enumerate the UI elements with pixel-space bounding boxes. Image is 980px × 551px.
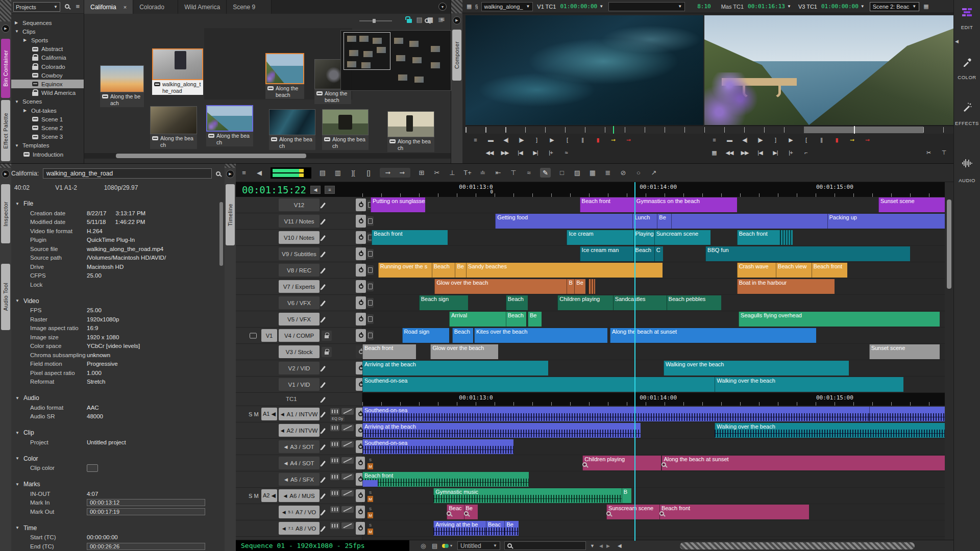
film-frames-icon[interactable]: ▦ bbox=[923, 3, 928, 10]
pencil-icon[interactable] bbox=[321, 267, 326, 272]
timeline-clip[interactable]: Putting on sunglasses bbox=[371, 197, 425, 212]
panel-play-button[interactable]: ▶ bbox=[226, 170, 234, 178]
track-lane-a4[interactable]: Children playingAlong the beach at sunse… bbox=[362, 455, 945, 471]
splice-in-icon[interactable]: ➞ bbox=[384, 169, 392, 177]
bin-menu-icon[interactable]: ≡ bbox=[440, 15, 445, 23]
row-input[interactable]: 00:00:17:19 bbox=[87, 508, 205, 515]
extend-icon[interactable]: ⇤ bbox=[494, 169, 502, 177]
timeline-clip[interactable] bbox=[780, 230, 793, 245]
track-select-button[interactable]: ◀A5 / SFX bbox=[279, 473, 320, 486]
timeline-clip[interactable]: Glow over the beach bbox=[430, 344, 498, 359]
eq-effect-chiclet[interactable]: EQ Dy bbox=[330, 416, 345, 421]
track-select-button[interactable]: V5 / VFX bbox=[279, 313, 320, 325]
tab-timeline[interactable]: Timeline bbox=[226, 184, 235, 245]
timeline-clip[interactable] bbox=[362, 480, 378, 487]
bin-panel-menu-button[interactable]: ▼ bbox=[438, 3, 447, 11]
list-icon[interactable]: ≣ bbox=[604, 169, 612, 177]
tc1-ruler[interactable]: 00:01:13:000:01:14:0000:01:15:00 bbox=[362, 393, 945, 406]
chevron-right-icon[interactable]: ▶ bbox=[23, 38, 28, 42]
tab-effect-palette[interactable]: Effect Palette bbox=[1, 100, 10, 161]
splice-in-button[interactable]: ➞ bbox=[605, 137, 621, 143]
timeline-clip[interactable]: Suncream scene bbox=[654, 230, 711, 245]
timeline-clip[interactable]: Along the beach at sunset bbox=[662, 456, 945, 470]
go-end-button[interactable]: ▶| bbox=[768, 149, 783, 156]
track-select-button[interactable]: V9 / Subtitles bbox=[279, 247, 320, 260]
record-position-bar[interactable] bbox=[704, 126, 953, 134]
tree-item-scene-2[interactable]: Scene 2 bbox=[11, 123, 84, 132]
bin-clip-card[interactable]: Along the beach bbox=[387, 111, 434, 152]
automation-icon[interactable] bbox=[341, 408, 354, 415]
match-frame-icon[interactable]: ⊞ bbox=[418, 169, 426, 177]
timeline-clip[interactable]: Beach bbox=[633, 246, 654, 261]
segment-mode-button[interactable]: || bbox=[575, 137, 590, 143]
tree-item-cowboy[interactable]: Cowboy bbox=[11, 71, 84, 80]
timeline-clip[interactable]: Be bbox=[455, 263, 466, 278]
track-select-button[interactable]: V12 bbox=[279, 198, 320, 211]
pencil-icon[interactable] bbox=[321, 316, 326, 321]
top-tail-icon[interactable]: ⊥ bbox=[448, 169, 456, 177]
track-lane-a6[interactable]: Gymnastic musicB bbox=[362, 488, 945, 504]
automation-icon[interactable] bbox=[341, 490, 354, 496]
section-header[interactable]: ▼Video bbox=[11, 296, 217, 306]
monitor-icon[interactable]: ▦ bbox=[589, 169, 597, 177]
timeline-clip[interactable]: Beach pebbles bbox=[667, 295, 721, 310]
section-header[interactable]: ▼Clip bbox=[11, 428, 217, 438]
prev-button[interactable]: ◀ bbox=[599, 540, 603, 551]
eyedropper-icon[interactable] bbox=[962, 57, 972, 67]
go-start-button[interactable]: |◀ bbox=[512, 149, 528, 156]
waveform-toggle-icon[interactable] bbox=[330, 441, 339, 447]
pencil-icon[interactable] bbox=[321, 235, 326, 240]
frame-view-icon[interactable]: ▤ bbox=[416, 16, 423, 23]
track-select-button[interactable]: V1 / VID bbox=[279, 378, 320, 391]
clip-color-checkbox[interactable] bbox=[87, 464, 98, 472]
pencil-icon[interactable] bbox=[321, 365, 326, 370]
timeline-clip[interactable]: Seagulls flying overhead bbox=[739, 312, 940, 327]
go-to-out-button[interactable]: ] bbox=[768, 137, 783, 143]
pencil-icon[interactable] bbox=[321, 218, 326, 223]
audio-waveform-icon[interactable] bbox=[962, 158, 973, 168]
close-icon[interactable]: × bbox=[124, 4, 127, 10]
record-playhead[interactable] bbox=[854, 126, 855, 134]
pencil-icon[interactable] bbox=[321, 428, 326, 433]
timeline-clip[interactable]: Walking over the beach bbox=[664, 361, 849, 375]
tab-inspector[interactable]: Inspector bbox=[1, 184, 10, 243]
audio-monitor-icon[interactable]: ◀ bbox=[255, 169, 263, 177]
track-lane-a7[interactable]: BeacBeSunscream sceneBeach front bbox=[362, 504, 945, 520]
tab-edit[interactable]: EDIT bbox=[954, 24, 980, 30]
segment-mode-button[interactable]: || bbox=[814, 137, 829, 143]
timeline-view-selector[interactable]: Untitled▼ bbox=[457, 541, 500, 550]
timeline-clip[interactable]: Boat in the harbour bbox=[737, 279, 835, 294]
waveform-toggle-icon[interactable] bbox=[330, 490, 339, 496]
timeline-clip[interactable]: Beach sign bbox=[419, 295, 468, 310]
timeline-clip[interactable]: Glow over the beach bbox=[434, 279, 567, 294]
tree-item-scenes[interactable]: ▼Scenes bbox=[11, 97, 84, 106]
bin-horizontal-scrollbar[interactable] bbox=[84, 153, 451, 159]
curve-icon[interactable]: ≈ bbox=[525, 169, 533, 177]
track-select-button[interactable]: V6 / VFX bbox=[279, 296, 320, 309]
tree-item-equinox[interactable]: Equinox bbox=[11, 80, 84, 88]
timeline-clip[interactable]: Arriving at the be bbox=[433, 521, 486, 536]
tree-item-introduction[interactable]: Introduction bbox=[11, 150, 84, 159]
cut-icon[interactable]: ✂ bbox=[433, 169, 441, 177]
track-lane-v3[interactable]: Beach frontGlow over the beachSunset sce… bbox=[362, 344, 945, 360]
cut-button[interactable]: ✂ bbox=[921, 149, 936, 156]
timeline-clip[interactable] bbox=[588, 279, 596, 294]
go-to-in-button[interactable]: [ bbox=[559, 137, 575, 143]
timeline-clip[interactable]: Beach front bbox=[362, 472, 529, 487]
timeline-clip[interactable]: Beac bbox=[486, 521, 505, 536]
track-lane-v10[interactable]: Beach frontIce creamPlayingSuncream scen… bbox=[362, 230, 945, 245]
tc-back-button[interactable]: ◀ bbox=[310, 186, 321, 194]
track-lane-v9[interactable]: Ice cream manBeachCBBQ fun bbox=[362, 246, 945, 262]
collapse-triangle-icon[interactable]: ▼ bbox=[15, 431, 19, 435]
go-to-out-button[interactable]: ] bbox=[529, 137, 544, 143]
timeline-clip[interactable]: Children playing bbox=[582, 456, 661, 470]
tree-item-templates[interactable]: ▼Templates bbox=[11, 141, 84, 150]
track-select-button[interactable]: V7 / Experts bbox=[279, 280, 320, 293]
text-tool-icon[interactable]: T+ bbox=[463, 169, 472, 177]
section-header[interactable]: ▼Color bbox=[11, 454, 217, 464]
splice-icon[interactable]: § bbox=[475, 4, 478, 10]
bin-tab-california[interactable]: California× bbox=[84, 0, 133, 14]
bin-clip-card[interactable]: Along the beach bbox=[150, 106, 197, 149]
waveform-toggle-icon[interactable] bbox=[330, 408, 339, 415]
overwrite-icon[interactable]: ➞ bbox=[398, 169, 406, 177]
